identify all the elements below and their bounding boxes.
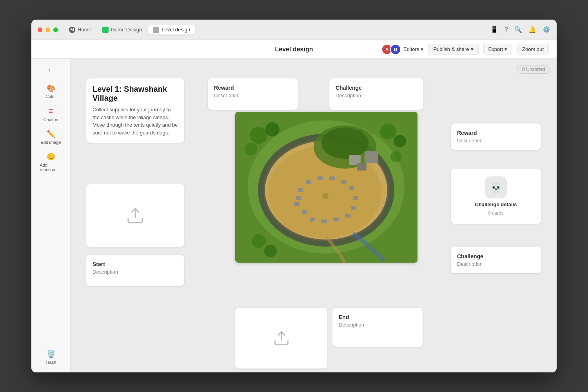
challenge-right-card: Challenge Description — [451, 247, 541, 273]
challenge-details-title: Challenge details — [475, 201, 517, 207]
svg-rect-8 — [294, 202, 299, 206]
svg-rect-16 — [349, 186, 354, 190]
challenge-right-desc: Description — [457, 261, 535, 267]
title-bar-right: 📱 ? 🔍 🔔 ⚙️ — [490, 26, 550, 33]
svg-rect-21 — [298, 188, 303, 192]
map-svg — [235, 112, 417, 263]
level-title: Level 1: Shawshank Village — [93, 85, 178, 103]
level-description: Collect supplies for your journey to the… — [93, 106, 178, 136]
canvas-area: 0 Unsorted Level 1: Shawshank Village Co… — [71, 59, 557, 372]
page-header: Level design A B Editors ▾ Publish & sha… — [31, 40, 557, 59]
back-button[interactable]: ← — [45, 64, 57, 76]
settings-icon[interactable]: ⚙️ — [543, 26, 550, 33]
svg-point-26 — [250, 127, 267, 144]
sidebar-item-color[interactable]: 🎨 Color — [35, 81, 67, 102]
close-button[interactable] — [38, 27, 42, 32]
svg-point-29 — [380, 123, 396, 139]
svg-rect-12 — [333, 218, 339, 221]
tab-bar: M Home Game Design Level design — [64, 25, 490, 34]
page-title: Level design — [275, 46, 313, 53]
main-content: ← 🎨 Color ≡ Caption ✏️ Edit image 😊 Add … — [31, 59, 557, 372]
svg-point-32 — [252, 234, 266, 248]
upload-icon-bottom — [273, 330, 290, 347]
edit-image-icon: ✏️ — [47, 130, 55, 138]
challenge-top-title: Challenge — [336, 85, 417, 91]
skull-icon-wrap: 💀 — [485, 176, 507, 198]
svg-point-7 — [321, 127, 368, 159]
reward-top-title: Reward — [214, 85, 292, 91]
avatar-2: B — [390, 44, 401, 55]
start-desc: Description — [93, 269, 178, 275]
phone-icon[interactable]: 📱 — [490, 26, 498, 33]
start-title: Start — [93, 261, 178, 267]
challenge-top-desc: Description — [336, 93, 417, 98]
caption-icon: ≡ — [49, 107, 53, 116]
svg-rect-14 — [351, 206, 356, 210]
svg-rect-24 — [365, 151, 378, 163]
svg-point-31 — [390, 151, 401, 162]
upload-icon — [126, 206, 145, 225]
start-card: Start Description — [86, 255, 184, 286]
svg-point-33 — [264, 245, 277, 257]
home-icon: M — [69, 27, 75, 33]
upload-area-bottom[interactable] — [235, 308, 327, 368]
canvas-inner: Level 1: Shawshank Village Collect suppl… — [78, 67, 541, 372]
editors-button[interactable]: Editors ▾ — [403, 46, 423, 52]
export-button[interactable]: Export ▾ — [483, 44, 513, 54]
sidebar-item-add-reaction[interactable]: 😊 Add reaction — [35, 149, 67, 175]
minimize-button[interactable] — [45, 27, 50, 32]
svg-rect-13 — [345, 214, 350, 218]
maximize-button[interactable] — [53, 27, 58, 32]
reward-right-desc: Description — [457, 138, 535, 143]
tab-game-design[interactable]: Game Design — [98, 25, 147, 34]
avatar-group: A B — [381, 44, 401, 55]
sidebar-item-caption[interactable]: ≡ Caption — [35, 103, 67, 125]
svg-rect-15 — [353, 196, 358, 200]
svg-point-27 — [265, 122, 279, 136]
challenge-right-title: Challenge — [457, 253, 535, 260]
title-bar: M Home Game Design Level design 📱 ? 🔍 🔔 … — [31, 20, 557, 40]
tab-home[interactable]: M Home — [64, 25, 96, 34]
svg-point-30 — [394, 135, 406, 147]
search-icon[interactable]: 🔍 — [514, 26, 522, 33]
tab-level-design[interactable]: Level design — [148, 25, 195, 34]
left-sidebar: ← 🎨 Color ≡ Caption ✏️ Edit image 😊 Add … — [31, 59, 71, 372]
app-window: M Home Game Design Level design 📱 ? 🔍 🔔 … — [31, 20, 557, 372]
svg-rect-9 — [302, 210, 307, 214]
reward-top-card: Reward Description — [208, 78, 298, 110]
traffic-lights — [38, 27, 58, 32]
end-card: End Description — [332, 308, 423, 347]
skull-icon: 💀 — [490, 181, 502, 194]
header-actions: A B Editors ▾ Publish & share ▾ Export ▾… — [381, 44, 549, 55]
publish-share-button[interactable]: Publish & share ▾ — [428, 44, 478, 54]
challenge-top-card: Challenge Description — [329, 78, 423, 110]
trash-icon: 🗑️ — [47, 350, 55, 358]
level-design-icon — [153, 27, 159, 33]
svg-point-34 — [322, 193, 328, 199]
trash-button[interactable]: 🗑️ Trash — [42, 347, 60, 368]
upload-area-left[interactable] — [86, 184, 184, 247]
level-card: Level 1: Shawshank Village Collect suppl… — [86, 78, 184, 143]
sidebar-item-edit-image[interactable]: ✏️ Edit image — [35, 127, 67, 148]
svg-rect-22 — [296, 196, 301, 200]
end-desc: Description — [339, 322, 416, 328]
bell-icon[interactable]: 🔔 — [528, 26, 536, 33]
svg-rect-10 — [310, 218, 315, 221]
svg-rect-11 — [321, 220, 327, 223]
challenge-details-subtitle: 0 cards — [488, 211, 503, 216]
svg-rect-18 — [329, 176, 335, 180]
help-icon[interactable]: ? — [505, 26, 508, 33]
zoom-out-button[interactable]: Zoom out — [517, 44, 549, 54]
game-design-icon — [102, 27, 109, 33]
challenge-details-card: 💀 Challenge details 0 cards — [451, 169, 541, 224]
reward-top-desc: Description — [214, 93, 292, 98]
svg-rect-25 — [357, 163, 367, 171]
map-container — [235, 112, 417, 263]
svg-rect-17 — [341, 180, 347, 184]
svg-rect-20 — [306, 180, 311, 184]
svg-point-28 — [245, 143, 257, 155]
reward-right-title: Reward — [457, 130, 535, 136]
reward-right-card: Reward Description — [451, 123, 541, 150]
color-icon: 🎨 — [47, 84, 55, 93]
end-title: End — [339, 314, 416, 320]
